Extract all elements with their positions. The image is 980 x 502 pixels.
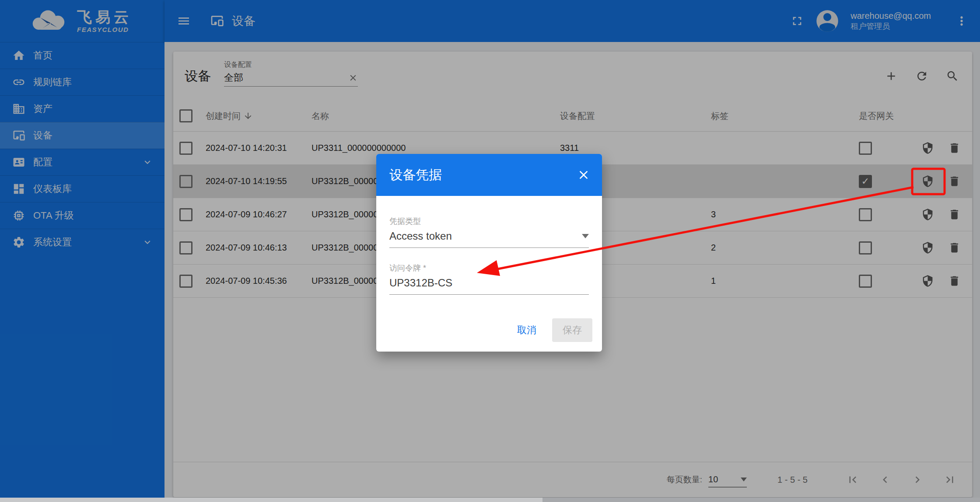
access-token-input[interactable]	[389, 277, 589, 295]
save-button[interactable]: 保存	[552, 318, 592, 342]
access-token-label: 访问令牌 *	[389, 263, 589, 273]
dialog-footer: 取消 保存	[510, 318, 592, 342]
app-screen: 飞易云 FEASYCLOUD 首页 规则链库 资产 设备	[0, 0, 980, 502]
dialog-close-button[interactable]	[577, 168, 591, 182]
dialog-title: 设备凭据	[389, 166, 442, 184]
credential-type-select[interactable]: Access token	[389, 230, 589, 248]
scrollbar-thumb[interactable]	[0, 498, 542, 502]
credential-type-value: Access token	[389, 230, 452, 242]
cancel-button[interactable]: 取消	[510, 318, 543, 342]
close-icon	[577, 168, 591, 182]
horizontal-scrollbar[interactable]	[0, 498, 980, 502]
credential-type-label: 凭据类型	[389, 216, 589, 227]
dropdown-arrow-icon	[582, 234, 589, 238]
dialog-header: 设备凭据	[376, 154, 602, 196]
dialog-body: 凭据类型 Access token 访问令牌 *	[376, 216, 602, 295]
device-credentials-dialog: 设备凭据 凭据类型 Access token 访问令牌 * 取消 保存	[376, 154, 602, 352]
